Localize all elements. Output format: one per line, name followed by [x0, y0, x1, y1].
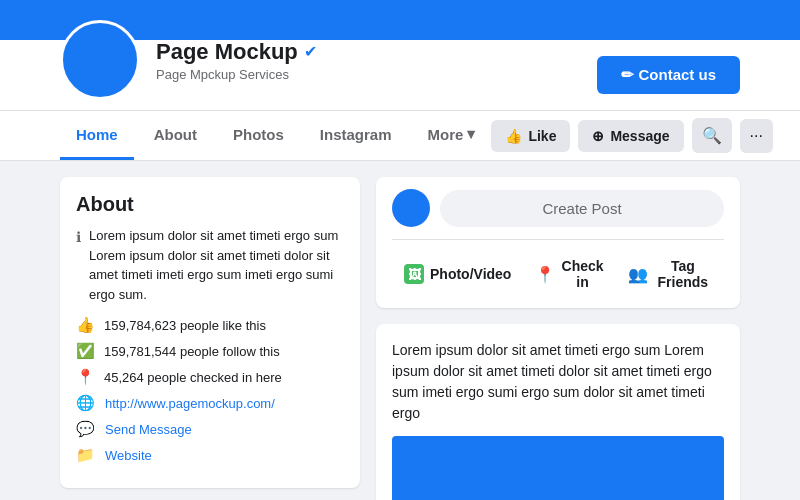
- check-in-icon: 📍: [535, 264, 555, 284]
- about-description: ℹ Lorem ipsum dolor sit amet timeti ergo…: [76, 226, 344, 304]
- post-card: Lorem ipsum dolor sit amet timeti ergo s…: [376, 324, 740, 500]
- create-post-input[interactable]: Create Post: [440, 190, 724, 227]
- post-actions: 🖼 Photo/Video 📍 Check in 👥 Tag Friends: [392, 252, 724, 296]
- info-icon: ℹ: [76, 227, 81, 304]
- more-actions-button[interactable]: ···: [740, 119, 773, 153]
- post-image: [392, 436, 724, 500]
- verified-icon: ✔: [304, 42, 317, 61]
- ellipsis-icon: ···: [750, 127, 763, 145]
- profile-section: Page Mockup ✔ Page Mpckup Services ✏ Con…: [0, 40, 800, 111]
- send-message-link[interactable]: Send Message: [105, 422, 192, 437]
- tab-home[interactable]: Home: [60, 112, 134, 160]
- post-text: Lorem ipsum dolor sit amet timeti ergo s…: [392, 340, 724, 424]
- about-card: About ℹ Lorem ipsum dolor sit amet timet…: [60, 177, 360, 488]
- like-button[interactable]: 👍 Like: [491, 120, 570, 152]
- checkin-stat-icon: 📍: [76, 368, 94, 386]
- contact-button[interactable]: ✏ Contact us: [597, 56, 740, 94]
- nav-actions: 👍 Like ⊕ Message 🔍 ···: [491, 118, 773, 153]
- search-button[interactable]: 🔍: [692, 118, 732, 153]
- tab-instagram[interactable]: Instagram: [304, 112, 408, 160]
- about-title: About: [76, 193, 344, 216]
- checkins-stat: 📍 45,264 people checked in here: [76, 368, 344, 386]
- website-link[interactable]: http://www.pagemockup.com/: [105, 396, 275, 411]
- create-post-avatar: [392, 189, 430, 227]
- avatar: [60, 20, 140, 100]
- check-in-button[interactable]: 📍 Check in: [523, 252, 615, 296]
- profile-left: Page Mockup ✔ Page Mpckup Services: [60, 20, 317, 100]
- tag-friends-icon: 👥: [628, 264, 648, 284]
- message-button[interactable]: ⊕ Message: [578, 120, 683, 152]
- like-stat-icon: 👍: [76, 316, 94, 334]
- tab-photos[interactable]: Photos: [217, 112, 300, 160]
- likes-stat: 👍 159,784,623 people like this: [76, 316, 344, 334]
- thumbs-up-icon: 👍: [505, 128, 522, 144]
- followers-stat: ✅ 159,781,544 people follow this: [76, 342, 344, 360]
- follow-stat-icon: ✅: [76, 342, 94, 360]
- photo-video-icon: 🖼: [404, 264, 424, 284]
- globe-icon: 🌐: [76, 394, 95, 412]
- search-icon: 🔍: [702, 126, 722, 145]
- website-row: 🌐 http://www.pagemockup.com/: [76, 394, 344, 412]
- left-column: About ℹ Lorem ipsum dolor sit amet timet…: [60, 177, 360, 500]
- message-icon: ⊕: [592, 128, 604, 144]
- folder-icon: 📁: [76, 446, 95, 464]
- profile-info: Page Mockup ✔ Page Mpckup Services: [156, 39, 317, 82]
- nav-bar: Home About Photos Instagram More ▾ 👍 Lik…: [0, 111, 800, 161]
- page-subtitle: Page Mpckup Services: [156, 67, 317, 82]
- right-column: Create Post 🖼 Photo/Video 📍 Check in 👥 T…: [376, 177, 740, 500]
- create-post-top: Create Post: [392, 189, 724, 240]
- tab-more[interactable]: More ▾: [412, 111, 492, 160]
- website-label-link[interactable]: Website: [105, 448, 152, 463]
- photo-video-button[interactable]: 🖼 Photo/Video: [392, 252, 523, 296]
- create-post-card: Create Post 🖼 Photo/Video 📍 Check in 👥 T…: [376, 177, 740, 308]
- tab-about[interactable]: About: [138, 112, 213, 160]
- page-name: Page Mockup: [156, 39, 298, 65]
- name-row: Page Mockup ✔: [156, 39, 317, 65]
- tag-friends-button[interactable]: 👥 Tag Friends: [616, 252, 724, 296]
- main-content: About ℹ Lorem ipsum dolor sit amet timet…: [0, 161, 800, 500]
- nav-tabs: Home About Photos Instagram More ▾: [60, 111, 491, 160]
- chevron-down-icon: ▾: [467, 125, 475, 143]
- website-label-row: 📁 Website: [76, 446, 344, 464]
- send-message-row: 💬 Send Message: [76, 420, 344, 438]
- messenger-icon: 💬: [76, 420, 95, 438]
